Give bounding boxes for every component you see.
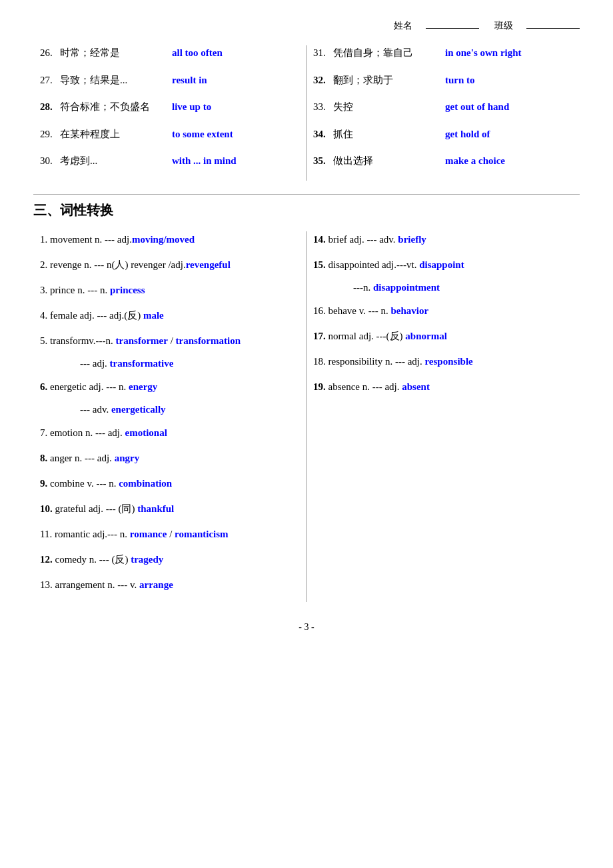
phrase-col-left: 26. 时常；经常是all too often27. 导致；结果是...resu… <box>33 45 306 181</box>
phrase-english: get out of hand <box>445 99 509 115</box>
phrase-english: turn to <box>445 73 475 88</box>
phrase-english: all too often <box>172 45 223 61</box>
phrase-row: 27. 导致；结果是...result in <box>40 73 299 88</box>
word-row: 7. emotion n. --- adj. emotional <box>40 425 299 441</box>
phrase-english: make a choice <box>445 153 505 169</box>
word-num: 6. <box>40 381 47 392</box>
word-row: 4. female adj. --- adj.(反) male <box>40 307 299 323</box>
phrase-row: 32. 翻到；求助于turn to <box>313 73 573 88</box>
phrase-num: 26. <box>40 45 60 61</box>
phrase-row: 29. 在某种程度上to some extent <box>40 127 299 142</box>
word-row: 19. absence n. --- adj. absent <box>313 379 573 395</box>
word-indent-row: --- adj. transformative <box>40 358 299 369</box>
word-row: 18. responsibility n. --- adj. responsib… <box>313 353 573 369</box>
word-num: 14. <box>313 234 326 245</box>
word-bold: behavior <box>390 305 428 316</box>
phrase-section: 26. 时常；经常是all too often27. 导致；结果是...resu… <box>33 45 580 181</box>
word-bold: responsible <box>424 356 472 367</box>
phrase-english: result in <box>172 73 207 88</box>
word-row: 1. movement n. --- adj.moving/moved <box>40 231 299 247</box>
word-num: 8. <box>40 453 47 463</box>
phrase-num: 30. <box>40 153 60 169</box>
phrase-row: 26. 时常；经常是all too often <box>40 45 299 61</box>
word-row: 16. behave v. --- n. behavior <box>313 303 573 319</box>
class-field[interactable] <box>526 28 580 29</box>
word-bold: transformer <box>116 335 168 346</box>
word-bold: combination <box>119 478 172 489</box>
word-bold: energy <box>129 381 157 392</box>
page-number: - 3 - <box>33 622 580 633</box>
word-bold: princess <box>110 285 145 295</box>
word-bold2: romanticism <box>175 529 229 539</box>
word-bold: thankful <box>137 503 174 514</box>
phrase-row: 34. 抓住get hold of <box>313 127 573 142</box>
name-field[interactable] <box>426 28 479 29</box>
word-row: 15. disappointed adj.---vt. disappoint <box>313 257 573 273</box>
phrase-english: in one's own right <box>445 45 522 61</box>
word-row: 10. grateful adj. --- (同) thankful <box>40 501 299 517</box>
word-bold: absent <box>402 381 430 392</box>
word-bold: male <box>143 310 164 321</box>
word-bold: disappointment <box>373 282 440 293</box>
word-row: 12. comedy n. --- (反) tragedy <box>40 551 299 567</box>
section-divider <box>33 194 580 195</box>
word-row: 14. brief adj. --- adv. briefly <box>313 231 573 247</box>
word-bold: briefly <box>398 234 426 245</box>
word-row: 2. revenge n. --- n(人) revenger /adj.rev… <box>40 257 299 273</box>
word-row: 5. transformv.---n. transformer / transf… <box>40 333 299 349</box>
phrase-chinese: 翻到；求助于 <box>333 73 440 88</box>
word-num: 12. <box>40 554 53 565</box>
word-row: 9. combine v. --- n. combination <box>40 475 299 491</box>
header: 姓名 班级 <box>33 20 580 32</box>
class-label: 班级 <box>494 20 513 32</box>
word-num: 17. <box>313 331 326 341</box>
phrase-chinese: 考虑到... <box>60 153 167 169</box>
phrase-num: 32. <box>313 73 333 88</box>
section-title: 三、词性转换 <box>33 201 580 219</box>
word-bold: abnormal <box>405 331 447 341</box>
word-col-right: 14. brief adj. --- adv. briefly15. disap… <box>306 231 580 602</box>
phrase-english: get hold of <box>445 127 490 142</box>
phrase-num: 29. <box>40 127 60 142</box>
word-indent-row: ---n. disappointment <box>313 282 573 293</box>
name-label: 姓名 <box>394 20 412 32</box>
word-bold: arrange <box>139 579 173 590</box>
word-bold: transformative <box>110 358 174 369</box>
phrase-chinese: 失控 <box>333 99 440 115</box>
word-bold: angry <box>115 453 140 463</box>
word-bold: emotional <box>125 427 167 438</box>
word-row: 11. romantic adj.--- n. romance / romant… <box>40 526 299 542</box>
phrase-english: to some extent <box>172 127 233 142</box>
phrase-chinese: 凭借自身；靠自己 <box>333 45 440 61</box>
phrase-row: 30. 考虑到...with ... in mind <box>40 153 299 169</box>
phrase-chinese: 时常；经常是 <box>60 45 167 61</box>
word-num: 19. <box>313 381 326 392</box>
word-num: 10. <box>40 503 53 514</box>
phrase-num: 27. <box>40 73 60 88</box>
word-bold: tragedy <box>131 554 163 565</box>
phrase-chinese: 在某种程度上 <box>60 127 167 142</box>
word-num: 15. <box>313 259 326 270</box>
word-row: 13. arrangement n. --- v. arrange <box>40 577 299 593</box>
phrase-chinese: 抓住 <box>333 127 440 142</box>
word-bold2: transformation <box>176 335 241 346</box>
phrase-english: with ... in mind <box>172 153 237 169</box>
phrase-num: 28. <box>40 99 60 115</box>
word-bold: romance <box>130 529 167 539</box>
phrase-row: 33. 失控get out of hand <box>313 99 573 115</box>
phrase-chinese: 做出选择 <box>333 153 440 169</box>
word-row: 17. normal adj. ---(反) abnormal <box>313 328 573 344</box>
phrase-col-right: 31. 凭借自身；靠自己in one's own right32. 翻到；求助于… <box>306 45 580 181</box>
word-num: 9. <box>40 478 47 489</box>
word-row: 3. prince n. --- n. princess <box>40 282 299 298</box>
word-section: 1. movement n. --- adj.moving/moved2. re… <box>33 231 580 602</box>
phrase-num: 31. <box>313 45 333 61</box>
phrase-chinese: 导致；结果是... <box>60 73 167 88</box>
word-row: 8. anger n. --- adj. angry <box>40 450 299 466</box>
word-bold: revengeful <box>186 259 231 270</box>
phrase-num: 33. <box>313 99 333 115</box>
word-bold: moving/moved <box>132 234 195 245</box>
phrase-chinese: 符合标准；不负盛名 <box>60 99 167 115</box>
phrase-num: 34. <box>313 127 333 142</box>
word-indent-row: --- adv. energetically <box>40 404 299 415</box>
